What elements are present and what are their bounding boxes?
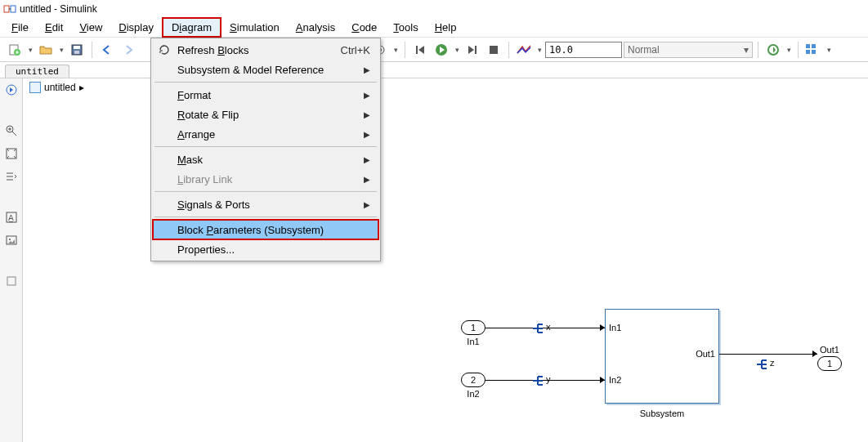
resolve-icon <box>533 324 544 333</box>
signal-wire-x[interactable] <box>485 328 605 328</box>
simulation-stop-time-input[interactable] <box>545 42 622 58</box>
menu-label: Format <box>177 89 211 101</box>
breadcrumb-path: untitled <box>44 82 76 93</box>
workspace: A̲ untitled ▸ 1 In1 2 In2 Out1 1 <box>0 78 868 442</box>
step-back-button[interactable] <box>410 40 430 60</box>
toolbar: ▾ ▾ ▾ ▾ ▾ Normal ▾ ▾ <box>0 38 868 62</box>
inport-In1[interactable]: 1 In1 <box>461 320 485 346</box>
annotations-button[interactable]: A̲ <box>3 209 20 225</box>
svg-rect-8 <box>74 46 80 49</box>
menu-display[interactable]: Display <box>110 19 162 36</box>
breadcrumb[interactable]: untitled ▸ <box>29 82 84 93</box>
port-label: In1 <box>461 337 485 346</box>
model-tab[interactable]: untitled <box>5 65 69 78</box>
forward-button[interactable] <box>119 40 138 60</box>
signal-wire-z[interactable] <box>719 354 817 355</box>
zoom-button[interactable] <box>3 123 20 139</box>
menu-arrange[interactable]: Arrange ▶ <box>153 124 378 144</box>
menu-block-parameters[interactable]: Block Parameters (Subsystem) <box>153 220 378 239</box>
menu-shortcut: Ctrl+K <box>341 44 370 56</box>
fast-dropdown-icon[interactable]: ▾ <box>785 46 793 54</box>
signal-label-y[interactable]: y <box>546 374 551 384</box>
step-forward-button[interactable] <box>463 40 482 60</box>
toolbar-separator <box>405 42 405 58</box>
subsystem-block[interactable]: In1 In2 Out1 <box>605 309 719 404</box>
menu-properties[interactable]: Properties... <box>153 239 378 259</box>
run-button[interactable] <box>432 40 451 60</box>
port-shape: 1 <box>461 320 485 335</box>
port-number: 1 <box>471 323 476 333</box>
menu-refresh-blocks[interactable]: Refresh Blocks Ctrl+K <box>153 40 378 60</box>
menu-edit[interactable]: Edit <box>37 19 71 36</box>
menu-subsystem-reference[interactable]: Subsystem & Model Reference ▶ <box>153 60 378 79</box>
menu-library-link: Library Link ▶ <box>153 169 378 189</box>
breadcrumb-arrow-icon: ▸ <box>79 82 84 93</box>
svg-rect-0 <box>4 6 9 12</box>
menu-label: Refresh Blocks <box>177 44 248 56</box>
viewmark-button[interactable] <box>3 273 20 289</box>
library-browser-button[interactable] <box>803 40 823 60</box>
menu-format[interactable]: Format ▶ <box>153 85 378 105</box>
resolve-icon <box>757 359 768 369</box>
menu-signals-ports[interactable]: Signals & Ports ▶ <box>153 194 378 214</box>
library-dropdown-icon[interactable]: ▾ <box>825 46 833 54</box>
fit-to-view-button[interactable] <box>3 145 20 162</box>
palette-sidebar: A̲ <box>0 78 23 442</box>
svg-line-23 <box>12 132 16 136</box>
submenu-arrow-icon: ▶ <box>364 130 370 139</box>
new-dropdown-icon[interactable]: ▾ <box>26 46 34 54</box>
menu-tools[interactable]: Tools <box>385 19 426 36</box>
signal-label-x[interactable]: x <box>546 322 551 332</box>
settings-dropdown-icon[interactable]: ▾ <box>391 46 400 54</box>
toggle-perspectives-button[interactable] <box>3 168 20 185</box>
simulation-mode-select[interactable]: Normal ▾ <box>624 42 753 58</box>
svg-text:A̲: A̲ <box>8 213 14 222</box>
menu-diagram[interactable]: Diagram <box>162 17 221 38</box>
submenu-arrow-icon: ▶ <box>364 200 370 209</box>
image-button[interactable] <box>3 232 20 248</box>
menu-view[interactable]: View <box>71 19 110 36</box>
menu-bar: File Edit View Display Diagram Simulatio… <box>0 18 868 38</box>
fast-restart-button[interactable] <box>763 40 783 60</box>
menu-mask[interactable]: Mask ▶ <box>153 150 378 169</box>
menu-separator <box>154 82 377 83</box>
run-dropdown-icon[interactable]: ▾ <box>453 46 461 54</box>
new-model-button[interactable] <box>5 40 25 60</box>
open-button[interactable] <box>36 40 56 60</box>
outport-Out1[interactable]: Out1 1 <box>817 345 842 371</box>
submenu-arrow-icon: ▶ <box>364 65 370 74</box>
hide-explorer-button[interactable] <box>3 82 20 98</box>
menu-rotate-flip[interactable]: Rotate & Flip ▶ <box>153 105 378 124</box>
menu-code[interactable]: Code <box>343 19 385 36</box>
port-number: 1 <box>827 359 832 368</box>
menu-label: Subsystem & Model Reference <box>177 64 324 76</box>
menu-label: Properties... <box>177 243 235 256</box>
simulink-app-icon <box>3 2 16 16</box>
menu-file[interactable]: File <box>3 19 37 36</box>
svg-rect-34 <box>7 277 16 285</box>
open-dropdown-icon[interactable]: ▾ <box>57 46 65 54</box>
svg-rect-17 <box>806 44 810 48</box>
menu-simulation[interactable]: Simulation <box>221 19 288 36</box>
inport-In2[interactable]: 2 In2 <box>461 373 485 399</box>
menu-separator <box>154 146 377 147</box>
svg-rect-14 <box>475 46 477 54</box>
stop-button[interactable] <box>484 40 503 60</box>
record-button[interactable] <box>514 40 534 60</box>
submenu-arrow-icon: ▶ <box>364 175 370 184</box>
submenu-arrow-icon: ▶ <box>364 91 370 100</box>
record-dropdown-icon[interactable]: ▾ <box>535 46 544 54</box>
menu-analysis[interactable]: Analysis <box>288 19 343 36</box>
subsystem-label: Subsystem <box>605 409 719 418</box>
menu-label: Mask <box>177 154 203 166</box>
menu-separator <box>154 217 377 217</box>
svg-rect-9 <box>74 51 79 54</box>
save-button[interactable] <box>67 40 87 60</box>
svg-point-33 <box>9 239 11 240</box>
signal-wire-y[interactable] <box>485 380 605 381</box>
menu-help[interactable]: Help <box>427 19 465 36</box>
back-button[interactable] <box>97 40 117 60</box>
svg-rect-20 <box>812 50 816 54</box>
signal-label-z[interactable]: z <box>770 358 775 368</box>
toolbar-separator <box>758 42 758 58</box>
